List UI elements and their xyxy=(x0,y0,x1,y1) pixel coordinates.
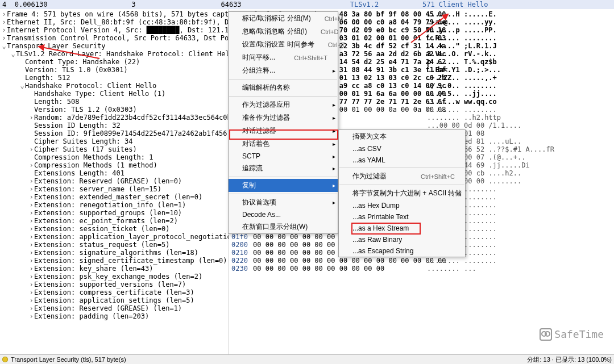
tree-row[interactable]: ⌄Transport Layer Security xyxy=(1,42,229,50)
tree-row[interactable]: Version: TLS 1.2 (0x0303) xyxy=(1,106,229,114)
tree-row[interactable]: Session ID Length: 32 xyxy=(1,122,229,129)
tree-row[interactable]: ⌄TLSv1.2 Record Layer: Handshake Protoco… xyxy=(1,50,229,58)
tree-row[interactable]: ›Frame 4: 571 bytes on wire (4568 bits),… xyxy=(1,10,229,18)
tree-row[interactable]: ›Ethernet II, Src: Dell_80:bf:9f (cc:48:… xyxy=(1,18,229,26)
tree-row[interactable]: ›Extension: server_name (len=15) xyxy=(1,185,229,193)
tree-row[interactable]: Compression Methods Length: 1 xyxy=(1,153,229,161)
menu-item[interactable]: ...as a Hex Stream xyxy=(339,223,465,234)
tree-row[interactable]: ›Extension: status_request (len=5) xyxy=(1,241,229,249)
menu-item[interactable]: ...as Printable Text xyxy=(339,211,465,223)
menu-item[interactable]: 协议首选项▸ xyxy=(229,196,338,209)
menu-item[interactable]: 作为过滤器Ctrl+Shift+C xyxy=(339,170,465,183)
tree-row[interactable]: ›Extension: supported_versions (len=7) xyxy=(1,281,229,288)
menu-item[interactable]: Decode As... xyxy=(229,209,338,220)
menu-item[interactable]: ...as Escaped String xyxy=(339,245,465,257)
menu-item[interactable]: 在新窗口显示分组(W) xyxy=(229,220,338,233)
tree-row[interactable]: ›Extension: padding (len=203) xyxy=(1,312,229,320)
packet-details-tree[interactable]: ›Frame 4: 571 bytes on wire (4568 bits),… xyxy=(0,9,229,354)
tree-row[interactable]: Handshake Type: Client Hello (1) xyxy=(1,90,229,98)
tree-row[interactable]: ›Internet Protocol Version 4, Src: █████… xyxy=(1,26,229,34)
menu-item[interactable]: 追踪流▸ xyxy=(229,162,338,175)
tree-row[interactable]: ›Cipher Suites (17 suites) xyxy=(1,145,229,153)
menu-item[interactable]: 将字节复制为十六进制 + ASCII 转储 xyxy=(339,187,465,200)
copy-submenu[interactable]: 摘要为文本...as CSV...as YAML作为过滤器Ctrl+Shift+… xyxy=(338,129,466,257)
tree-row[interactable]: ›Extension: application_settings (len=5) xyxy=(1,296,229,304)
tree-row[interactable]: ›Extension: compress_certificate (len=3) xyxy=(1,288,229,296)
menu-item[interactable]: 对话过滤器▸ xyxy=(229,124,338,137)
context-menu[interactable]: 标记/取消标记 分组(M)Ctrl+M忽略/取消忽略 分组(I)Ctrl+D设置… xyxy=(228,11,338,234)
menu-item[interactable]: ...as Hex Dump xyxy=(339,200,465,211)
hex-row[interactable]: 022000 00 00 00 00 00 00 00 00 00 00 00 … xyxy=(231,257,612,265)
menu-item[interactable]: 设置/取消设置 时间参考Ctrl+T xyxy=(229,38,338,51)
menu-item[interactable]: 分组注释...▸ xyxy=(229,64,338,77)
hex-row[interactable]: 023000 00 00 00 00 00 00 00 00 00 00....… xyxy=(231,265,612,273)
tree-row[interactable]: Length: 508 xyxy=(1,98,229,106)
tree-row[interactable]: Cipher Suites Length: 34 xyxy=(1,137,229,145)
tree-row[interactable]: ›Compression Methods (1 method) xyxy=(1,161,229,169)
tree-row[interactable]: ›Extension: signature_algorithms (len=18… xyxy=(1,249,229,257)
tree-row[interactable]: ›Extension: Reserved (GREASE) (len=0) xyxy=(1,177,229,185)
menu-item[interactable]: ...as Raw Binary xyxy=(339,234,465,245)
menu-item[interactable]: 编辑解析的名称 xyxy=(229,81,338,94)
menu-item[interactable]: 对话着色▸ xyxy=(229,137,338,150)
tree-row[interactable]: ›Extension: psk_key_exchange_modes (len=… xyxy=(1,273,229,281)
tree-row[interactable]: ›Extension: ec_point_formats (len=2) xyxy=(1,217,229,225)
menu-item[interactable]: 摘要为文本 xyxy=(339,130,465,143)
tree-row[interactable]: Session ID: 9f1e0899e71454d225e4717a2462… xyxy=(1,129,229,137)
menu-item[interactable]: 标记/取消标记 分组(M)Ctrl+M xyxy=(229,12,338,25)
menu-item[interactable]: SCTP▸ xyxy=(229,150,338,162)
tree-row[interactable]: ›Extension: extended_master_secret (len=… xyxy=(1,193,229,201)
status-right: 分组: 13 · 已显示: 13 (100.0%) xyxy=(527,355,612,364)
tree-row[interactable]: ›Extension: supported_groups (len=10) xyxy=(1,209,229,217)
status-dot-icon xyxy=(2,357,8,362)
tree-row[interactable]: ⌄Handshake Protocol: Client Hello xyxy=(1,82,229,90)
menu-item[interactable]: 作为过滤器应用▸ xyxy=(229,98,338,111)
menu-item[interactable]: 准备作为过滤器▸ xyxy=(229,111,338,124)
tree-row[interactable]: ›Extension: key_share (len=43) xyxy=(1,265,229,273)
watermark-logo: SafeTime xyxy=(540,328,604,341)
menu-item[interactable]: ...as YAML xyxy=(339,154,465,166)
menu-item[interactable]: 复制▸ xyxy=(229,179,338,192)
tree-row[interactable]: ›Extension: session_ticket (len=0) xyxy=(1,225,229,233)
menu-item[interactable]: ...as CSV xyxy=(339,143,465,154)
status-bar: Transport Layer Security (tls), 517 byte… xyxy=(0,354,614,364)
tree-row[interactable]: Extensions Length: 401 xyxy=(1,169,229,177)
packet-list-row[interactable]: 4 0.006130 3 64633 TLSv1.2 571 Client He… xyxy=(0,0,614,9)
tree-row[interactable]: Content Type: Handshake (22) xyxy=(1,58,229,66)
tree-row[interactable]: Length: 512 xyxy=(1,74,229,82)
menu-item[interactable]: 时间平移...Ctrl+Shift+T xyxy=(229,51,338,64)
tree-row[interactable]: ›Extension: renegotiation_info (len=1) xyxy=(1,201,229,209)
tree-row[interactable]: ›Extension: signed_certificate_timestamp… xyxy=(1,257,229,265)
tree-row[interactable]: ›Random: a7de789ef1dd223b4cdf52cf31144a3… xyxy=(1,114,229,122)
menu-item[interactable]: 忽略/取消忽略 分组(I)Ctrl+D xyxy=(229,25,338,38)
tree-row[interactable]: ›Extension: Reserved (GREASE) (len=1) xyxy=(1,304,229,312)
status-left: Transport Layer Security (tls), 517 byte… xyxy=(11,356,126,363)
tree-row[interactable]: ›Extension: application_layer_protocol_n… xyxy=(1,233,229,241)
tree-row[interactable]: ›Transmission Control Protocol, Src Port… xyxy=(1,34,229,42)
tree-row[interactable]: Version: TLS 1.0 (0x0301) xyxy=(1,66,229,74)
